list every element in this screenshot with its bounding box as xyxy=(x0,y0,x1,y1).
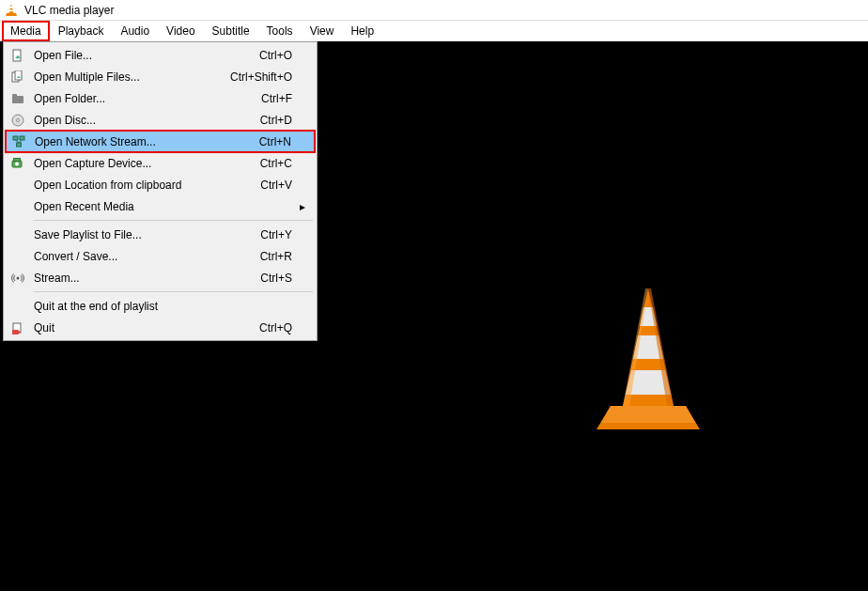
menu-audio[interactable]: Audio xyxy=(112,21,158,41)
menu-view[interactable]: View xyxy=(302,21,343,41)
blank-icon xyxy=(9,299,26,314)
window-title: VLC media player xyxy=(24,4,114,17)
menu-subtitle[interactable]: Subtitle xyxy=(204,21,258,41)
svg-point-21 xyxy=(17,118,20,121)
menu-quit-end-playlist[interactable]: Quit at the end of playlist xyxy=(6,295,315,317)
menu-open-disc[interactable]: Open Disc... Ctrl+D xyxy=(6,109,315,131)
svg-rect-23 xyxy=(20,136,24,140)
menu-help[interactable]: Help xyxy=(342,21,382,41)
svg-rect-22 xyxy=(13,136,18,140)
svg-marker-0 xyxy=(9,4,14,13)
svg-point-30 xyxy=(17,276,20,279)
files-icon xyxy=(9,70,26,85)
svg-rect-18 xyxy=(12,96,23,103)
svg-marker-5 xyxy=(601,406,695,423)
menu-separator xyxy=(34,220,313,221)
svg-point-29 xyxy=(15,162,19,165)
disc-icon xyxy=(9,113,26,128)
svg-rect-2 xyxy=(9,9,14,11)
svg-marker-3 xyxy=(6,13,17,16)
blank-icon xyxy=(9,178,26,193)
menu-convert-save[interactable]: Convert / Save... Ctrl+R xyxy=(6,245,315,267)
menu-open-recent-media[interactable]: Open Recent Media ▸ xyxy=(6,195,315,217)
vlc-logo xyxy=(587,284,709,434)
svg-rect-24 xyxy=(17,143,22,147)
menu-video[interactable]: Video xyxy=(158,21,203,41)
menu-quit[interactable]: Quit Ctrl+Q xyxy=(6,317,315,338)
folder-icon xyxy=(9,91,26,106)
menu-open-location-clipboard[interactable]: Open Location from clipboard Ctrl+V xyxy=(6,174,315,195)
svg-rect-1 xyxy=(9,7,13,8)
menu-separator xyxy=(34,291,313,292)
submenu-arrow-icon: ▸ xyxy=(300,200,305,213)
menu-stream[interactable]: Stream... Ctrl+S xyxy=(6,267,315,288)
title-bar: VLC media player xyxy=(0,0,868,21)
stream-icon xyxy=(9,271,26,286)
menu-open-multiple-files[interactable]: Open Multiple Files... Ctrl+Shift+O xyxy=(6,66,315,87)
blank-icon xyxy=(9,249,26,264)
file-icon xyxy=(9,48,26,63)
svg-rect-19 xyxy=(12,94,17,97)
menu-open-file[interactable]: Open File... Ctrl+O xyxy=(6,44,315,66)
svg-rect-32 xyxy=(12,330,18,334)
menu-open-network-stream[interactable]: Open Network Stream... Ctrl+N xyxy=(5,130,316,153)
menu-save-playlist[interactable]: Save Playlist to File... Ctrl+Y xyxy=(6,224,315,245)
svg-rect-16 xyxy=(15,70,22,80)
network-icon xyxy=(10,134,27,149)
menu-tools[interactable]: Tools xyxy=(258,21,302,41)
blank-icon xyxy=(9,227,26,242)
menu-bar: Media Playback Audio Video Subtitle Tool… xyxy=(0,21,868,41)
vlc-cone-icon xyxy=(4,3,19,18)
menu-open-folder[interactable]: Open Folder... Ctrl+F xyxy=(6,87,315,109)
blank-icon xyxy=(9,199,26,214)
menu-playback[interactable]: Playback xyxy=(50,21,113,41)
menu-media[interactable]: Media xyxy=(2,21,50,41)
svg-rect-28 xyxy=(14,158,21,161)
quit-icon xyxy=(9,320,26,335)
capture-icon xyxy=(9,156,26,171)
media-dropdown-menu: Open File... Ctrl+O Open Multiple Files.… xyxy=(3,41,318,341)
menu-open-capture-device[interactable]: Open Capture Device... Ctrl+C xyxy=(6,152,315,174)
